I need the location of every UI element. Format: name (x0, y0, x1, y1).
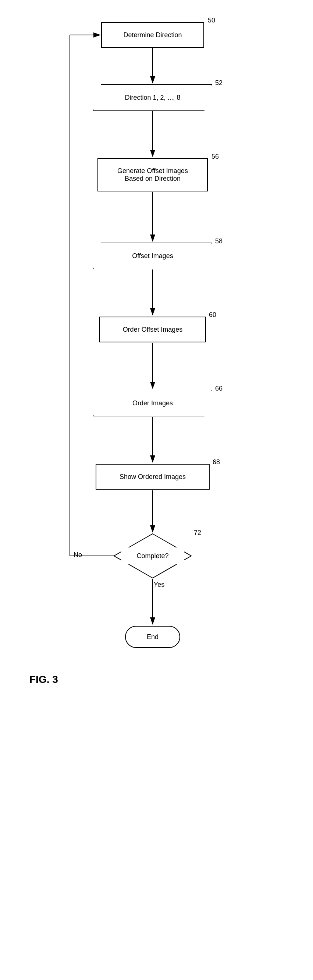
flowchart-svg (0, 0, 313, 980)
node-determine-direction-label: Determine Direction (123, 31, 182, 39)
node-complete-label: Complete? (136, 552, 168, 560)
node-direction-label: Direction 1, 2, ..., 8 (125, 94, 180, 102)
node-determine-direction: Determine Direction (101, 22, 204, 48)
node-generate-offset-label: Generate Offset Images Based on Directio… (117, 167, 188, 183)
label-50: 50 (208, 17, 215, 24)
node-complete: Complete? (122, 547, 184, 564)
node-generate-offset: Generate Offset Images Based on Directio… (98, 158, 208, 191)
node-offset-images: Offset Images (94, 243, 212, 269)
node-direction: Direction 1, 2, ..., 8 (94, 85, 212, 110)
node-end-label: End (147, 633, 158, 641)
label-60: 60 (209, 311, 216, 319)
label-68: 68 (213, 458, 220, 466)
label-66: 66 (215, 385, 223, 393)
diagram-container: Determine Direction Direction 1, 2, ...,… (0, 0, 313, 980)
label-58: 58 (215, 237, 223, 245)
node-order-images: Order Images (94, 390, 212, 416)
node-order-offset: Order Offset Images (99, 317, 206, 342)
label-no: No (74, 551, 82, 559)
node-show-ordered: Show Ordered Images (96, 464, 210, 490)
fig-label: FIG. 3 (29, 674, 58, 686)
node-end: End (125, 626, 180, 648)
node-order-offset-label: Order Offset Images (123, 326, 183, 334)
node-show-ordered-label: Show Ordered Images (120, 473, 186, 481)
label-52: 52 (215, 79, 223, 87)
label-56: 56 (212, 153, 219, 161)
label-yes: Yes (154, 581, 164, 589)
node-offset-images-label: Offset Images (132, 252, 173, 260)
node-order-images-label: Order Images (133, 399, 173, 407)
label-72: 72 (194, 529, 201, 537)
